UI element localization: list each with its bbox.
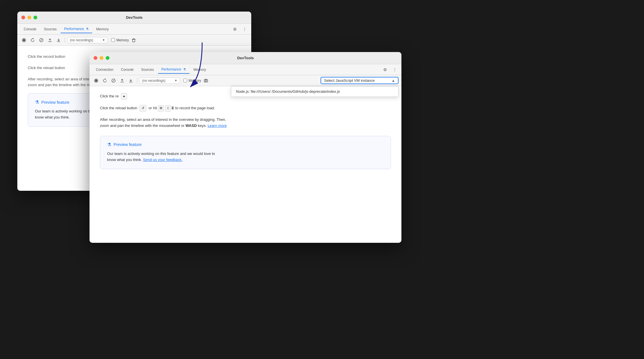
trash-btn-back[interactable] (130, 36, 137, 44)
titlebar-back: DevTools (17, 12, 251, 24)
toolbar-front: (no recordings) ▼ Memory Select JavaScri… (90, 75, 401, 86)
settings-btn-front[interactable]: ⚙ (381, 66, 389, 73)
tabs-bar-back: Console Sources Performance ⚗ Memory ⚙ ⋮ (17, 24, 251, 35)
separator-back (65, 38, 65, 43)
traffic-light-green[interactable] (33, 16, 37, 19)
clear-btn-front[interactable] (110, 77, 117, 84)
tab-performance-front[interactable]: Performance ⚗ (158, 66, 189, 74)
tab-console-front[interactable]: Console (118, 66, 137, 73)
tab-connection-front[interactable]: Connection (92, 66, 117, 73)
preview-title-front: ⚗ Preview feature (107, 142, 384, 147)
preview-box-front: ⚗ Preview feature Our team is actively w… (100, 136, 391, 169)
vm-selector-arrow: ▲ (392, 79, 395, 83)
download-btn-front[interactable] (127, 77, 135, 84)
toolbar-back: (no recordings) ▼ Memory (17, 35, 251, 46)
traffic-light-yellow-front[interactable] (100, 56, 103, 60)
tab-memory-front[interactable]: Memory (190, 66, 209, 73)
vm-dropdown-item[interactable]: Node.js: file:///Users/ /Documents/GitHu… (231, 86, 398, 97)
vm-dropdown: Node.js: file:///Users/ /Documents/GitHu… (231, 86, 399, 97)
tabs-bar-front: Connection Console Sources Performance ⚗… (90, 64, 401, 75)
reload-btn-back[interactable] (29, 36, 36, 44)
tab-memory-back[interactable]: Memory (93, 25, 112, 33)
reload-kbd: ↺ (139, 105, 146, 112)
instruction-wasd-front: After recording, select an area of inter… (100, 117, 391, 129)
clear-btn-back[interactable] (38, 36, 45, 44)
window-front-title: DevTools (237, 56, 254, 60)
svg-line-9 (113, 80, 114, 82)
more-btn-front[interactable]: ⋮ (391, 66, 399, 73)
titlebar-front: DevTools (90, 52, 401, 64)
more-btn-back[interactable]: ⋮ (241, 25, 248, 33)
toolbar-right-front: Select JavaScript VM instance ▲ (321, 77, 399, 84)
record-btn-back[interactable] (20, 36, 28, 44)
window-back-title: DevTools (126, 15, 143, 20)
upload-btn-front[interactable] (118, 77, 126, 84)
memory-checkbox-front[interactable]: Memory (183, 79, 201, 83)
shift-kbd: ⇧ (165, 105, 171, 112)
tab-performance-back[interactable]: Performance ⚗ (61, 25, 92, 33)
traffic-light-red[interactable] (21, 16, 25, 19)
vm-selector-btn[interactable]: Select JavaScript VM instance ▲ (321, 77, 399, 84)
memory-check-input-back[interactable] (111, 38, 115, 42)
record-kbd: ● (121, 93, 127, 100)
devtools-window-front: DevTools Connection Console Sources Perf… (90, 52, 401, 243)
separator-front (137, 78, 137, 83)
performance-icon-front: ⚗ (183, 68, 186, 71)
traffic-lights-back (21, 16, 37, 19)
send-feedback-link[interactable]: Send us your feedback. (143, 158, 183, 162)
tab-console-back[interactable]: Console (20, 25, 40, 33)
settings-btn-back[interactable]: ⚙ (231, 25, 239, 33)
record-btn-front[interactable] (92, 77, 100, 84)
reload-btn-front[interactable] (101, 77, 109, 84)
traffic-light-green-front[interactable] (106, 56, 109, 60)
svg-rect-4 (133, 39, 135, 42)
cmd-kbd: ⌘ (158, 105, 164, 112)
memory-checkbox-back[interactable]: Memory (111, 38, 129, 42)
tabs-actions-front: ⚙ ⋮ (381, 66, 399, 73)
svg-point-1 (23, 39, 25, 41)
memory-check-input-front[interactable] (183, 79, 187, 82)
flask-icon-back: ⚗ (35, 99, 39, 105)
recordings-dropdown-back[interactable]: (no recordings) ▼ (67, 37, 108, 43)
dropdown-arrow-back: ▼ (102, 38, 105, 42)
performance-icon-back: ⚗ (86, 27, 89, 31)
tabs-actions-back: ⚙ ⋮ (231, 25, 248, 33)
traffic-light-yellow[interactable] (27, 16, 31, 19)
svg-line-3 (40, 39, 42, 41)
preview-body-front: Our team is actively working on this fea… (107, 151, 384, 163)
flask-icon-front: ⚗ (107, 142, 111, 147)
tab-sources-back[interactable]: Sources (40, 25, 60, 33)
recordings-dropdown-front[interactable]: (no recordings) ▼ (139, 77, 180, 84)
upload-btn-back[interactable] (46, 36, 54, 44)
main-content-front: Click the re ● Click the reload button ↺… (90, 86, 401, 243)
svg-point-7 (95, 79, 97, 82)
traffic-lights-front (94, 56, 109, 60)
dropdown-arrow-front: ▼ (174, 79, 177, 82)
download-btn-back[interactable] (55, 36, 62, 44)
learn-more-link[interactable]: Learn more (208, 123, 227, 128)
instruction-reload-front: Click the reload button ↺ or hit ⌘ ⇧ E t… (100, 105, 391, 112)
capture-btn-front[interactable] (202, 77, 210, 84)
tab-sources-front[interactable]: Sources (138, 66, 157, 73)
traffic-light-red-front[interactable] (94, 56, 97, 60)
svg-point-11 (205, 80, 207, 82)
